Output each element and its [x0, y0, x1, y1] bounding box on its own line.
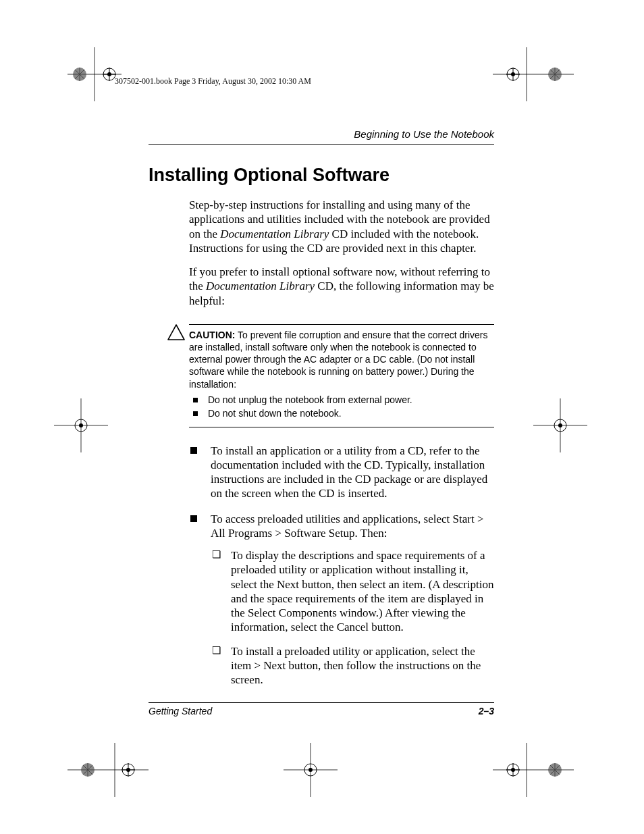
crop-mark-icon [68, 47, 122, 101]
crop-mark-icon [533, 398, 587, 452]
list-item: To display the descriptions and space re… [211, 548, 494, 635]
crop-mark-icon [54, 398, 108, 452]
list-item: Do not shut down the notebook. [189, 408, 494, 419]
caution-block: CAUTION: To prevent file corruption and … [189, 317, 494, 434]
page-footer: Getting Started 2–3 [149, 702, 494, 716]
svg-point-44 [308, 768, 313, 772]
svg-point-16 [511, 72, 515, 76]
svg-line-36 [83, 765, 92, 775]
svg-line-5 [75, 70, 84, 79]
caution-text: CAUTION: To prevent file corruption and … [189, 329, 494, 390]
svg-point-32 [81, 763, 95, 777]
caution-bottom-rule [189, 427, 494, 427]
crop-mark-icon [284, 743, 338, 797]
svg-point-43 [304, 764, 317, 776]
list-item: To access preloaded utilities and applic… [189, 512, 494, 687]
svg-point-40 [126, 768, 130, 772]
svg-point-2 [73, 68, 86, 81]
text: To access preloaded utilities and applic… [211, 513, 483, 540]
svg-point-25 [79, 423, 83, 427]
chapter-title: Beginning to Use the Notebook [149, 128, 494, 140]
svg-point-50 [511, 768, 515, 772]
caution-list: Do not unplug the notebook from external… [189, 394, 494, 419]
svg-line-54 [550, 765, 560, 775]
caution-icon [167, 324, 185, 343]
svg-point-51 [548, 763, 562, 777]
paragraph: If you prefer to install optional softwa… [189, 265, 494, 308]
svg-line-35 [83, 765, 92, 775]
svg-line-20 [550, 70, 560, 79]
svg-point-47 [507, 764, 519, 776]
crop-mark-icon [68, 743, 122, 797]
sub-bullet-list: To display the descriptions and space re… [211, 548, 494, 687]
svg-point-37 [122, 764, 134, 776]
crop-mark-icon [493, 47, 547, 101]
svg-line-6 [75, 70, 84, 79]
section-heading: Installing Optional Software [149, 165, 494, 186]
crop-mark-icon [493, 743, 547, 797]
page-content: Beginning to Use the Notebook Installing… [149, 128, 494, 698]
svg-point-13 [507, 68, 519, 80]
text: To install an application or a utility f… [211, 444, 487, 500]
footer-rule [149, 702, 494, 703]
footer-left: Getting Started [149, 706, 212, 716]
svg-point-17 [548, 68, 562, 81]
page-number: 2–3 [479, 706, 494, 716]
emphasis: Documentation Library [206, 280, 315, 292]
list-item: To install a preloaded utility or applic… [211, 644, 494, 687]
paragraph: Step-by-step instructions for installing… [189, 198, 494, 255]
svg-point-24 [75, 419, 87, 432]
svg-line-55 [550, 765, 560, 775]
svg-point-7 [103, 68, 115, 80]
list-item: Do not unplug the notebook from external… [189, 394, 494, 405]
emphasis: Documentation Library [220, 228, 329, 240]
main-bullet-list: To install an application or a utility f… [189, 444, 494, 687]
list-item: To install an application or a utility f… [189, 444, 494, 501]
svg-line-21 [550, 70, 560, 79]
svg-point-28 [554, 419, 566, 432]
print-header-stamp: 307502-001.book Page 3 Friday, August 30… [115, 76, 311, 86]
header-rule [149, 144, 494, 145]
caution-label: CAUTION: [189, 330, 235, 340]
svg-point-29 [558, 423, 562, 427]
svg-point-10 [107, 72, 111, 76]
